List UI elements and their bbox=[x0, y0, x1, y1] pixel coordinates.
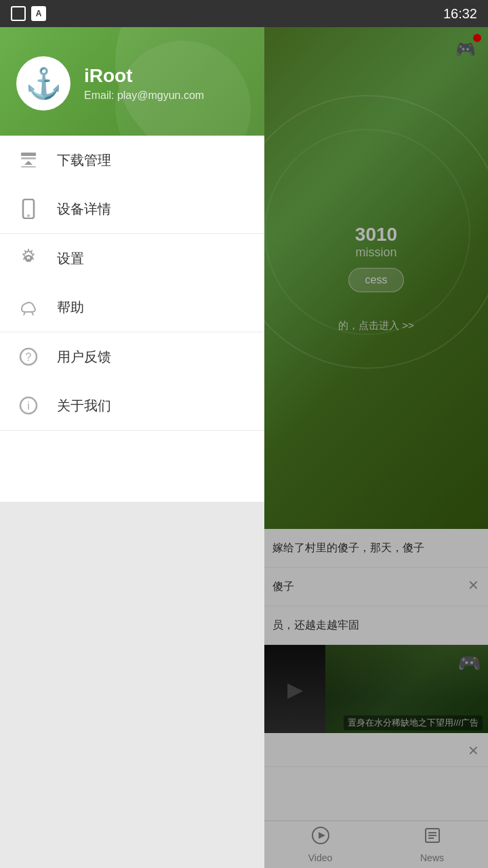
svg-rect-6 bbox=[21, 153, 36, 156]
status-icon-square bbox=[11, 6, 26, 21]
svg-text:i: i bbox=[27, 400, 30, 412]
device-icon bbox=[16, 197, 41, 221]
device-label: 设备详情 bbox=[57, 200, 111, 218]
help-hands-icon bbox=[16, 295, 41, 319]
drawer-header: ⚓ iRoot Email: play@mgyun.com bbox=[0, 27, 264, 136]
drawer-item-download[interactable]: 下载管理 bbox=[0, 136, 264, 184]
navigation-drawer: ⚓ iRoot Email: play@mgyun.com 下载管理 bbox=[0, 27, 264, 868]
feedback-icon: ? bbox=[16, 344, 41, 369]
drawer-empty-space bbox=[0, 502, 264, 868]
drawer-user-info: iRoot Email: play@mgyun.com bbox=[84, 65, 204, 102]
drawer-section-3: ? 用户反馈 i 关于我们 bbox=[0, 332, 264, 431]
drawer-item-device[interactable]: 设备详情 bbox=[0, 184, 264, 233]
drawer-section-1: 下载管理 设备详情 bbox=[0, 136, 264, 234]
svg-marker-8 bbox=[24, 161, 33, 165]
status-time: 16:32 bbox=[443, 6, 477, 22]
anchor-icon: ⚓ bbox=[25, 66, 62, 101]
drawer-username: iRoot bbox=[84, 65, 204, 87]
drawer-item-feedback[interactable]: ? 用户反馈 bbox=[0, 332, 264, 381]
drawer-item-settings[interactable]: 设置 bbox=[0, 234, 264, 283]
help-label: 帮助 bbox=[57, 298, 84, 317]
status-bar: A 16:32 bbox=[0, 0, 488, 27]
download-label: 下载管理 bbox=[57, 151, 111, 170]
drawer-email: Email: play@mgyun.com bbox=[84, 90, 204, 102]
status-bar-left: A bbox=[11, 6, 46, 21]
about-icon: i bbox=[16, 393, 41, 418]
feedback-label: 用户反馈 bbox=[57, 348, 111, 366]
drawer-avatar: ⚓ bbox=[16, 56, 70, 111]
svg-point-11 bbox=[27, 214, 30, 217]
status-icon-a: A bbox=[31, 6, 46, 21]
drawer-item-help[interactable]: 帮助 bbox=[0, 283, 264, 332]
drawer-overlay[interactable] bbox=[264, 27, 488, 868]
svg-rect-7 bbox=[21, 157, 36, 159]
drawer-item-about[interactable]: i 关于我们 bbox=[0, 381, 264, 430]
about-label: 关于我们 bbox=[57, 397, 111, 415]
drawer-section-2: 设置 帮助 bbox=[0, 234, 264, 332]
settings-label: 设置 bbox=[57, 250, 84, 268]
svg-rect-9 bbox=[21, 166, 36, 167]
download-icon bbox=[16, 148, 41, 172]
settings-gear-icon bbox=[16, 246, 41, 271]
drawer-menu: 下载管理 设备详情 bbox=[0, 136, 264, 502]
svg-text:?: ? bbox=[26, 351, 32, 363]
